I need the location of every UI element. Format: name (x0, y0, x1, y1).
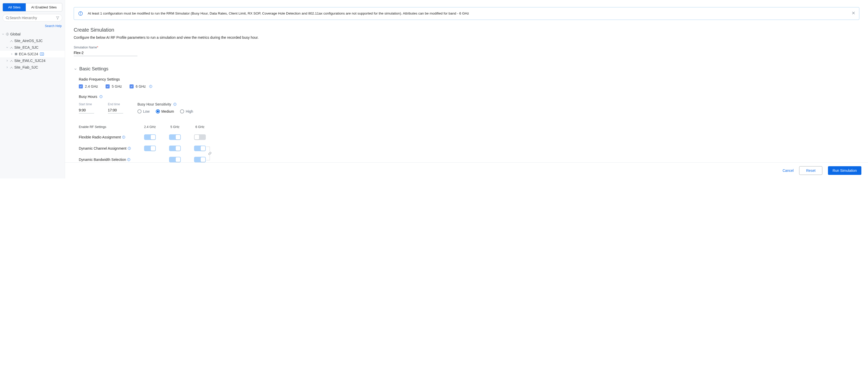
building-icon (14, 52, 18, 56)
row-dbs-label: Dynamic Bandwidth Selection (79, 157, 137, 162)
checkbox-2-4ghz[interactable]: 2.4 GHz (79, 85, 98, 89)
tree-item-eca-sjc24[interactable]: ECA-SJC24 AI (0, 51, 65, 57)
svg-point-16 (11, 67, 12, 68)
help-icon[interactable] (149, 85, 153, 88)
help-icon[interactable] (173, 102, 177, 106)
chevron-down-icon (2, 33, 5, 36)
checkbox-label: 6 GHz (136, 85, 146, 89)
toggle-dca-6[interactable] (194, 146, 206, 151)
checkbox-label: 5 GHz (112, 85, 122, 89)
tree-item-aireos[interactable]: Site_AireOS_SJC (0, 37, 65, 44)
svg-marker-2 (56, 17, 59, 20)
toggle-dca-5[interactable] (169, 146, 181, 151)
ai-badge: AI (40, 53, 44, 56)
chevron-right-icon (10, 53, 13, 56)
row-dca-label: Dynamic Channel Assignment (79, 146, 137, 151)
sim-name-label: Simulation Name* (74, 45, 137, 49)
search-help-link[interactable]: Search Help (45, 24, 62, 28)
toggle-dca-24[interactable] (144, 146, 156, 151)
site-icon (10, 66, 13, 69)
basic-settings-header[interactable]: Basic Settings (74, 66, 859, 72)
svg-point-5 (10, 41, 11, 42)
site-tabs: All Sites AI Enabled Sites (3, 3, 62, 11)
svg-line-1 (8, 19, 9, 20)
tree-item-fiab[interactable]: Site_Fiab_SJC (0, 64, 65, 71)
filter-icon[interactable] (56, 16, 59, 20)
toggle-dbs-5[interactable] (169, 157, 181, 162)
site-icon (10, 45, 13, 49)
sim-name-input[interactable] (74, 50, 137, 56)
link-icon (208, 152, 212, 156)
toggle-fra-5[interactable] (169, 134, 181, 140)
tree-item-label: Site_ECA_SJC (14, 45, 38, 50)
svg-point-21 (80, 12, 81, 13)
toggle-fra-6 (194, 134, 206, 140)
row-fra-label: Flexible Radio Assignment (79, 134, 137, 140)
info-banner: At least 1 configuration must be modifie… (74, 7, 859, 20)
chevron-right-icon (6, 66, 9, 69)
site-tree: Global Site_AireOS_SJC Site_ECA_SJC ECA-… (0, 31, 65, 71)
search-hierarchy[interactable] (3, 14, 62, 22)
svg-point-32 (175, 103, 175, 104)
site-icon (10, 59, 13, 62)
toggle-dbs-6[interactable] (194, 157, 206, 162)
svg-point-8 (10, 48, 11, 48)
radio-medium[interactable]: Medium (156, 109, 174, 114)
svg-point-26 (150, 86, 151, 86)
help-icon[interactable] (127, 158, 130, 161)
radio-high[interactable]: High (180, 109, 193, 114)
svg-point-14 (10, 61, 11, 62)
chevron-right-icon (6, 59, 9, 62)
rf-header-enable: Enable RF Settings (79, 125, 137, 129)
start-time-input[interactable] (79, 107, 94, 114)
reset-button[interactable]: Reset (799, 166, 823, 175)
tree-root-label: Global (10, 32, 21, 36)
cancel-button[interactable]: Cancel (782, 168, 794, 172)
search-input[interactable] (9, 16, 56, 20)
checkbox-5ghz[interactable]: 5 GHz (105, 85, 122, 89)
svg-point-15 (12, 61, 13, 62)
rf-settings-grid: Enable RF Settings 2.4 GHz 5 GHz 6 GHz F… (79, 125, 859, 162)
run-simulation-button[interactable]: Run Simulation (828, 166, 861, 175)
sensitivity-title: Busy Hour Sensitivity (137, 102, 193, 106)
tree-root-global[interactable]: Global (0, 31, 65, 37)
svg-point-18 (12, 68, 13, 68)
info-icon (78, 11, 83, 16)
page-title: Create Simulation (74, 27, 859, 33)
close-icon[interactable] (851, 11, 856, 15)
svg-point-35 (124, 136, 124, 137)
end-time-input[interactable] (108, 107, 123, 114)
rf-header-24: 2.4 GHz (137, 125, 162, 129)
basic-settings-title: Basic Settings (79, 66, 108, 72)
tree-item-label: Site_EWLC_SJC24 (14, 59, 45, 63)
end-time-label: End time (108, 102, 123, 106)
svg-rect-10 (15, 53, 17, 55)
svg-point-4 (11, 40, 12, 41)
page-subtitle: Configure the below AI RF Profile parame… (74, 35, 859, 39)
help-icon[interactable] (99, 95, 103, 98)
tab-ai-enabled-sites[interactable]: AI Enabled Sites (26, 3, 62, 11)
svg-point-0 (6, 17, 8, 19)
tree-item-ewlc[interactable]: Site_EWLC_SJC24 (0, 57, 65, 64)
search-icon (5, 16, 9, 20)
help-icon[interactable] (127, 147, 131, 150)
tree-item-eca[interactable]: Site_ECA_SJC (0, 44, 65, 51)
svg-point-9 (12, 48, 13, 48)
content-area: At least 1 configuration must be modifie… (65, 0, 868, 162)
tab-all-sites[interactable]: All Sites (3, 3, 26, 11)
svg-point-7 (11, 47, 12, 48)
checkbox-6ghz[interactable]: 6 GHz (129, 85, 153, 89)
toggle-fra-24[interactable] (144, 134, 156, 140)
busy-hours-title: Busy Hours (79, 95, 859, 99)
svg-point-13 (11, 60, 12, 61)
main: At least 1 configuration must be modifie… (65, 0, 868, 179)
rf-header-5: 5 GHz (162, 125, 187, 129)
rf-header-6: 6 GHz (187, 125, 212, 129)
chevron-down-icon (6, 46, 9, 49)
chevron-down-icon (74, 67, 77, 71)
start-time-label: Start time (79, 102, 94, 106)
svg-point-38 (129, 148, 129, 148)
radio-low[interactable]: Low (137, 109, 150, 114)
help-icon[interactable] (122, 135, 125, 139)
svg-point-17 (10, 68, 11, 68)
